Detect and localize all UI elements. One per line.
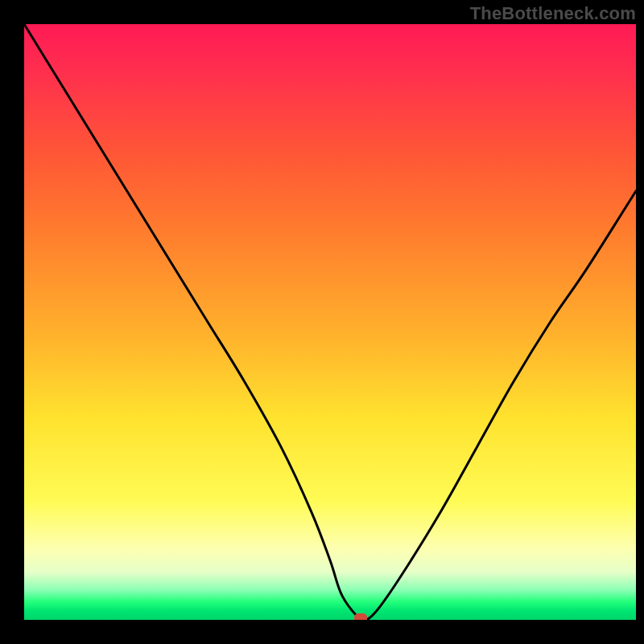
- plot-area: [24, 24, 636, 620]
- watermark-label: TheBottleneck.com: [470, 3, 636, 24]
- chart-frame: TheBottleneck.com: [0, 0, 644, 644]
- optimum-marker: [354, 613, 367, 620]
- bottleneck-curve: [24, 24, 636, 620]
